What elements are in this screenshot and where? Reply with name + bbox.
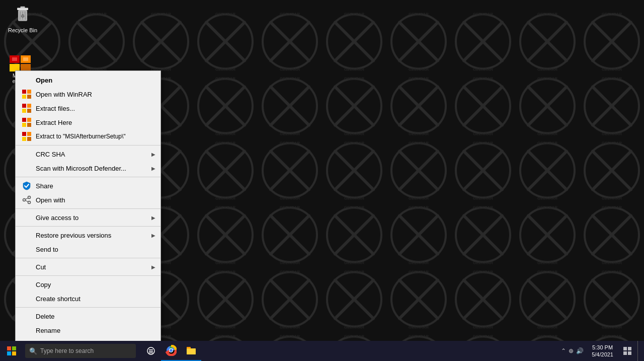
context-menu-crc-sha[interactable]: Scan with Microsoft Defender... (16, 161, 160, 175)
copy-label: Create shortcut (36, 295, 154, 303)
svg-rect-35 (27, 137, 31, 141)
svg-rect-42 (12, 346, 16, 350)
taskbar: 🔍 Type here to search (0, 341, 644, 361)
chevron-up-icon[interactable]: ⌃ (561, 347, 566, 354)
svg-rect-24 (22, 104, 26, 108)
send-to-icon (22, 262, 32, 272)
context-menu-extract-to[interactable]: Extract to "MSIAfterburnerSetup\" (16, 129, 160, 143)
svg-rect-33 (27, 132, 31, 136)
separator-7 (16, 307, 160, 308)
svg-rect-28 (22, 118, 26, 122)
network-icon[interactable]: ⊕ (569, 347, 574, 354)
extract-here-icon (22, 117, 32, 127)
share-icon (22, 195, 32, 205)
svg-rect-25 (27, 104, 31, 108)
svg-rect-58 (623, 351, 627, 355)
recycle-bin-icon[interactable]: ♻ Recycle Bin (5, 5, 40, 33)
svg-point-36 (28, 196, 31, 199)
context-menu-create-shortcut[interactable]: Delete (16, 309, 160, 323)
svg-point-52 (170, 349, 173, 352)
svg-rect-55 (187, 348, 196, 354)
svg-text:♻: ♻ (21, 14, 25, 19)
svg-rect-31 (27, 123, 31, 127)
extract-here-label: Extract Here (36, 119, 154, 126)
taskbar-chrome[interactable] (161, 341, 181, 361)
taskbar-file-explorer[interactable] (181, 341, 201, 361)
svg-line-40 (25, 200, 28, 202)
desktop: GEEKRAR GEEKRAR ♻ Recycle Bin (0, 0, 644, 361)
delete-label: Rename (36, 327, 154, 334)
extract-to-label: Extract to "MSIAfterburnerSetup\" (36, 133, 154, 140)
task-view-button[interactable] (141, 341, 161, 361)
give-access-label: Restore previous versions (36, 232, 154, 239)
open-with-label: Give access to (36, 214, 154, 222)
svg-rect-21 (27, 90, 31, 94)
start-button[interactable] (0, 341, 23, 361)
svg-rect-34 (22, 137, 26, 141)
restore-versions-label: Send to (36, 246, 154, 253)
context-menu-delete[interactable]: Rename (16, 323, 160, 337)
separator-4 (16, 226, 160, 227)
context-menu-extract-files[interactable]: Extract files... (16, 101, 160, 115)
context-menu-share[interactable]: Open with (16, 193, 160, 207)
7zip-label: CRC SHA (36, 151, 154, 158)
crc-sha-icon (22, 163, 32, 173)
taskbar-search-placeholder: Type here to search (40, 347, 94, 354)
volume-icon[interactable]: 🔊 (576, 347, 584, 354)
svg-rect-57 (628, 347, 631, 350)
extract-files-icon (22, 103, 32, 113)
open-icon (22, 75, 32, 85)
create-shortcut-icon (22, 311, 32, 321)
context-menu-cut[interactable]: Copy (16, 277, 160, 292)
separator-3 (16, 208, 160, 209)
context-menu-open-with[interactable]: Give access to (16, 210, 160, 225)
search-icon: 🔍 (29, 347, 37, 355)
svg-rect-20 (22, 90, 26, 94)
clock-time: 5:30 PM (592, 344, 613, 351)
send-to-label: Cut (36, 263, 154, 271)
svg-rect-47 (149, 351, 153, 352)
svg-rect-32 (22, 132, 26, 136)
cut-label: Copy (36, 281, 154, 288)
svg-rect-19 (23, 57, 28, 61)
context-menu-send-to[interactable]: Cut (16, 260, 160, 274)
recycle-bin-label: Recycle Bin (8, 27, 37, 33)
separator-2 (16, 177, 160, 177)
copy-icon (22, 294, 32, 304)
svg-rect-43 (7, 351, 11, 355)
context-menu-open[interactable]: Open (16, 73, 160, 87)
context-menu-open-winrar[interactable]: Open with WinRAR (16, 87, 160, 101)
svg-rect-41 (7, 346, 11, 350)
context-menu: Open Open with WinRAR (15, 70, 161, 361)
context-menu-scan-defender[interactable]: Share (16, 179, 160, 193)
clock-date: 5/4/2021 (592, 351, 613, 358)
svg-rect-46 (149, 349, 153, 350)
restore-versions-icon (22, 244, 32, 254)
extract-to-icon (22, 131, 32, 141)
cut-icon (22, 279, 32, 290)
context-menu-copy[interactable]: Create shortcut (16, 292, 160, 306)
share-label: Open with (36, 196, 154, 204)
context-menu-restore-versions[interactable]: Send to (16, 242, 160, 256)
svg-rect-29 (27, 118, 31, 122)
svg-rect-44 (12, 351, 16, 355)
winrar-icon (22, 89, 32, 99)
separator-6 (16, 275, 160, 276)
taskbar-search[interactable]: 🔍 Type here to search (25, 344, 136, 358)
context-menu-extract-here[interactable]: Extract Here (16, 115, 160, 129)
svg-line-12 (25, 12, 26, 20)
show-desktop-button[interactable] (637, 341, 641, 361)
svg-rect-27 (27, 109, 31, 113)
taskbar-icons (141, 341, 201, 361)
svg-rect-59 (628, 351, 631, 355)
context-menu-7zip[interactable]: CRC SHA (16, 147, 160, 161)
svg-rect-56 (623, 347, 627, 350)
defender-icon (22, 181, 32, 191)
svg-rect-23 (27, 95, 31, 99)
systray: ⌃ ⊕ 🔊 (557, 347, 588, 354)
taskbar-right: ⌃ ⊕ 🔊 5:30 PM 5/4/2021 (557, 341, 644, 361)
notification-button[interactable] (617, 341, 637, 361)
context-menu-give-access[interactable]: Restore previous versions (16, 228, 160, 242)
taskbar-clock[interactable]: 5:30 PM 5/4/2021 (588, 344, 617, 358)
create-shortcut-label: Delete (36, 313, 154, 320)
